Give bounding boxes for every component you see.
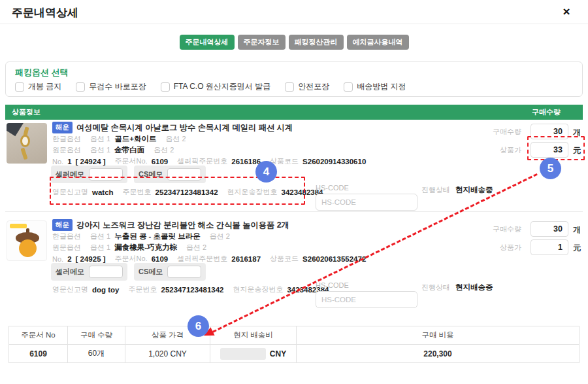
declaration-row: 영문신고명 watch 주문번호 252347123481342 현지운송장번호… (52, 187, 323, 197)
price-label: 상품가 (483, 243, 521, 253)
product-divider (5, 211, 583, 212)
summary-total: 220,300 (296, 344, 579, 362)
header-divider (0, 24, 588, 24)
cs-memo-input[interactable] (167, 266, 201, 278)
col-header-qty: 구매 수량 (67, 326, 125, 344)
shipping-badge: 해운 (52, 219, 73, 231)
shipping-currency: CNY (270, 349, 286, 358)
qty-unit: 개 (573, 224, 581, 236)
checkbox-fta-certificate[interactable]: FTA C.O 원산지증명서 발급 (161, 81, 270, 92)
price-input[interactable] (531, 239, 568, 255)
summary-local-shipping: CNY (210, 344, 296, 362)
product-row: 해운 강아지 노즈워크 장난감 분리불안 해소 간식볼 놀이용품 2개 한글옵션… (0, 219, 588, 309)
hscode-label: HS-CODE (316, 281, 349, 289)
seller-memo-input[interactable] (89, 266, 123, 278)
checkbox-icon[interactable] (161, 82, 170, 92)
redacted-shipping-value (220, 348, 266, 360)
col-header-price: 상품 가격 (125, 326, 210, 344)
close-icon[interactable]: × (559, 4, 574, 20)
option-cn-row: 원문옵션 옵션 1 漏食橡果-巧克力棕 옵션 2 (52, 243, 206, 253)
tab-order-detail[interactable]: 주문내역상세 (180, 35, 235, 50)
product-title: 강아지 노즈워크 장난감 분리불안 해소 간식볼 놀이용품 2개 (76, 220, 289, 231)
packing-options-row: 개봉 금지 무검수 바로포장 FTA C.O 원산지증명서 발급 안전포장 배송… (15, 81, 406, 92)
tab-orderer-info[interactable]: 주문자정보 (238, 35, 286, 50)
summary-qty: 60개 (67, 344, 125, 362)
order-number-row: No. 1 [ 24924 ] 주문서No. 6109 셀러픽주문번호 2616… (52, 156, 366, 166)
product-title-row: 해운 여성메탈 손목시계 아날로그 방수 손목시계 데일리 패션 시계 (52, 122, 293, 133)
qty-unit: 개 (573, 127, 581, 138)
price-input[interactable] (531, 142, 568, 158)
status-value: 현지배송중 (455, 185, 493, 195)
tab-packing-settlement[interactable]: 패킹정산관리 (289, 35, 344, 50)
col-header-order-no: 주문서 No (9, 326, 67, 344)
summary-order-no: 6109 (9, 344, 67, 362)
option-cn-row: 원문옵션 옵션 1 金带白面 옵션 2 (52, 145, 174, 155)
product-image-watch (7, 123, 47, 164)
tab-deposit-usage[interactable]: 예치금사용내역 (347, 35, 409, 50)
hscode-input[interactable] (316, 194, 417, 211)
section-title: 상품정보 (12, 107, 41, 117)
order-number-row: No. 2 [ 24925 ] 주문서No. 6109 셀러픽주문번호 2616… (52, 254, 366, 264)
col-header-purchase-cost: 구매 비용 (296, 326, 579, 344)
order-detail-modal: 주문내역상세 × 주문내역상세 주문자정보 패킹정산관리 예치금사용내역 패킹옵… (0, 0, 588, 384)
product-row: 해운 여성메탈 손목시계 아날로그 방수 손목시계 데일리 패션 시계 한글옵션… (0, 122, 588, 211)
price-unit: 元 (573, 145, 581, 156)
col-header-local-shipping: 현지 배송비 (210, 326, 296, 344)
status-value: 현지배송중 (455, 283, 493, 292)
declaration-row: 영문신고명 dog toy 주문번호 252347123481342 현지운송장… (52, 285, 329, 294)
qty-label: 구매수량 (483, 224, 521, 234)
cs-memo-input[interactable] (167, 168, 201, 181)
status-row: 진행상태 현지배송중 (421, 185, 493, 195)
packing-options-title: 패킹옵션 선택 (15, 67, 69, 79)
product-title-row: 해운 강아지 노즈워크 장난감 분리불안 해소 간식볼 놀이용품 2개 (52, 219, 289, 231)
qty-input[interactable] (531, 124, 568, 139)
memo-row: 셀러메모 CS메모 (51, 166, 206, 183)
summary-price: 1,020 CNY (125, 344, 210, 362)
cs-memo-group: CS메모 (134, 263, 206, 281)
product-title: 여성메탈 손목시계 아날로그 방수 손목시계 데일리 패션 시계 (76, 122, 293, 133)
cs-memo-group: CS메모 (134, 166, 206, 183)
checkbox-shipping-method[interactable]: 배송방법 지정 (344, 81, 406, 92)
product-image-dog-toy (7, 220, 47, 261)
tab-bar: 주문내역상세 주문자정보 패킹정산관리 예치금사용내역 (0, 35, 588, 50)
seller-memo-group: 셀러메모 (51, 263, 127, 281)
checkbox-safe-packing[interactable]: 안전포장 (285, 81, 329, 92)
checkbox-icon[interactable] (76, 82, 85, 92)
hscode-label: HS-CODE (316, 184, 349, 192)
memo-row: 셀러메모 CS메모 (51, 263, 206, 281)
checkbox-icon[interactable] (15, 82, 24, 92)
checkbox-icon[interactable] (344, 82, 353, 92)
price-unit: 元 (573, 243, 581, 254)
page-title: 주문내역상세 (12, 5, 78, 20)
option-kr-row: 한글옵션 옵션 1 누출된 콩 - 초콜릿 브라운 옵션 2 (52, 232, 230, 241)
product-section-header: 상품정보 구매수량 (5, 105, 583, 120)
option-kr-row: 한글옵션 옵션 1 골드+화이트 옵션 2 (52, 134, 186, 144)
qty-label: 구매수량 (483, 127, 521, 137)
checkbox-icon[interactable] (285, 82, 294, 92)
seller-memo-group: 셀러메모 (51, 166, 127, 183)
shipping-badge: 해운 (52, 122, 73, 133)
qty-input[interactable] (531, 221, 568, 237)
section-qty-title: 구매수량 (532, 107, 561, 117)
seller-memo-input[interactable] (89, 168, 123, 181)
checkbox-no-inspection[interactable]: 무검수 바로포장 (76, 81, 146, 92)
status-row: 진행상태 현지배송중 (421, 283, 493, 292)
checkbox-no-open[interactable]: 개봉 금지 (15, 81, 61, 92)
price-label: 상품가 (483, 145, 521, 155)
hscode-input[interactable] (316, 291, 417, 308)
summary-table: 주문서 No 구매 수량 상품 가격 현지 배송비 구매 비용 6109 60개… (8, 326, 580, 363)
packing-options-panel: 패킹옵션 선택 개봉 금지 무검수 바로포장 FTA C.O 원산지증명서 발급… (5, 61, 583, 97)
